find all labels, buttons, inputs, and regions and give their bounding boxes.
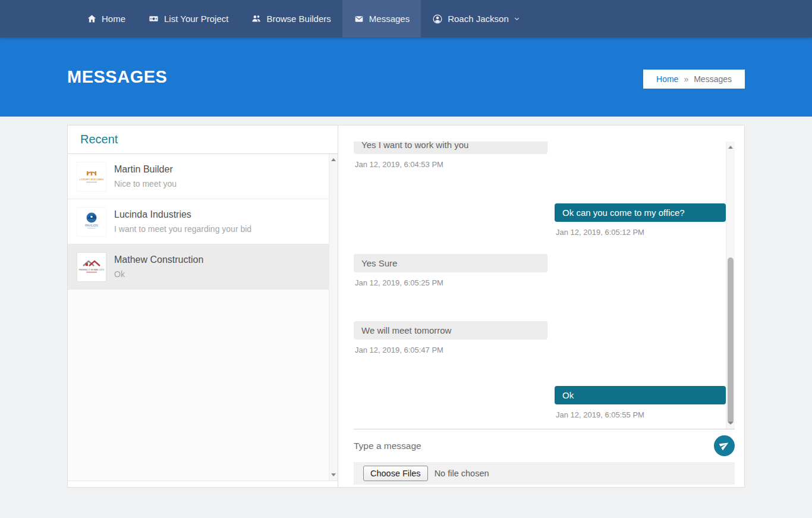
message-timestamp: Jan 12, 2019, 6:05:55 PM xyxy=(555,410,726,419)
breadcrumb-current: Messages xyxy=(694,74,732,84)
nav-item-label: Home xyxy=(102,14,125,24)
home-icon xyxy=(87,14,97,24)
conversations-panel: Recent LUXURY BUILDERS Martin Builder xyxy=(68,125,338,487)
nav-item-label: List Your Project xyxy=(164,14,228,24)
message-timestamp: Jan 12, 2019, 6:05:25 PM xyxy=(354,278,547,287)
paper-plane-icon xyxy=(719,440,729,452)
chevron-down-icon xyxy=(514,15,520,22)
avatar-lucinda-industries: PAVILION xyxy=(77,208,106,236)
message-timestamp: Jan 12, 2019, 6:05:12 PM xyxy=(555,228,726,237)
message-bubble: Ok can you come to my office? xyxy=(555,203,726,222)
message-bubble: Yes Sure xyxy=(354,254,547,272)
nav-item-label: Roach Jackson xyxy=(448,14,509,24)
message-input[interactable] xyxy=(354,441,714,451)
nav-item-label: Messages xyxy=(369,14,410,24)
message-bubble: Ok xyxy=(555,386,726,404)
conversation-name: Lucinda Industries xyxy=(114,209,251,220)
scrollbar-thumb[interactable] xyxy=(728,258,734,424)
conversation-name: Mathew Construction xyxy=(114,255,203,265)
conversation-list-scrollbar[interactable] xyxy=(329,154,338,481)
chat-panel: Yes I want to work with you Jan 12, 2019… xyxy=(338,125,744,487)
avatar-caption: LUXURY BUILDERS xyxy=(80,178,104,181)
scroll-up-arrow[interactable] xyxy=(726,143,735,152)
avatar-mathew-construction: PERFECT HOME CITY xyxy=(77,253,106,281)
message-list: Yes I want to work with you Jan 12, 2019… xyxy=(354,142,726,419)
envelope-icon xyxy=(354,14,364,24)
send-button[interactable] xyxy=(714,435,735,456)
nav-item-browse-builders[interactable]: Browse Builders xyxy=(240,0,342,37)
conversation-name: Martin Builder xyxy=(114,164,177,175)
conversation-preview: Nice to meet you xyxy=(114,179,177,189)
message-timestamp: Jan 12, 2019, 6:04:53 PM xyxy=(354,160,547,169)
conversation-preview: Ok xyxy=(114,269,203,279)
breadcrumb-separator: » xyxy=(684,74,688,84)
breadcrumb: Home » Messages xyxy=(643,70,745,89)
chat-scrollbar[interactable] xyxy=(726,142,735,429)
nav-item-messages[interactable]: Messages xyxy=(342,0,421,37)
message-timestamp: Jan 12, 2019, 6:05:47 PM xyxy=(354,346,547,354)
message-composer xyxy=(354,429,735,462)
message-received: Yes I want to work with you Jan 12, 2019… xyxy=(354,142,547,169)
nav-item-list-your-project[interactable]: List Your Project xyxy=(137,0,240,37)
message-sent: Ok can you come to my office? Jan 12, 20… xyxy=(555,203,726,237)
scroll-down-arrow[interactable] xyxy=(726,419,735,428)
attachment-row: Choose Files No file chosen xyxy=(354,462,735,485)
page-hero: MESSAGES Home » Messages xyxy=(0,37,812,117)
messages-card: Recent LUXURY BUILDERS Martin Builder xyxy=(67,125,745,488)
banknote-icon xyxy=(148,14,159,24)
message-sent: Ok Jan 12, 2019, 6:05:55 PM xyxy=(555,386,726,419)
conversation-item-martin-builder[interactable]: LUXURY BUILDERS Martin Builder Nice to m… xyxy=(68,154,338,199)
users-icon xyxy=(251,14,262,24)
user-circle-icon xyxy=(432,14,443,24)
file-chosen-status: No file chosen xyxy=(435,469,489,478)
avatar-martin-builder: LUXURY BUILDERS xyxy=(77,162,106,191)
chat-message-area: Yes I want to work with you Jan 12, 2019… xyxy=(354,142,735,429)
breadcrumb-home-link[interactable]: Home xyxy=(656,74,678,84)
avatar-caption: PERFECT HOME CITY xyxy=(79,268,105,271)
nav-item-label: Browse Builders xyxy=(266,14,331,24)
scroll-up-arrow[interactable] xyxy=(329,155,338,164)
conversation-list: LUXURY BUILDERS Martin Builder Nice to m… xyxy=(68,154,338,481)
recent-heading: Recent xyxy=(68,125,338,154)
nav-item-home[interactable]: Home xyxy=(75,0,137,37)
message-received: Yes Sure Jan 12, 2019, 6:05:25 PM xyxy=(354,254,547,287)
conversation-item-mathew-construction[interactable]: PERFECT HOME CITY Mathew Construction Ok xyxy=(68,244,338,290)
page-title: MESSAGES xyxy=(67,67,167,87)
top-navbar: Home List Your Project Browse Builders M… xyxy=(0,0,812,37)
choose-files-button[interactable]: Choose Files xyxy=(363,466,428,481)
scroll-down-arrow[interactable] xyxy=(329,470,338,479)
avatar-caption: PAVILION xyxy=(85,224,98,227)
nav-item-user-menu[interactable]: Roach Jackson xyxy=(421,0,531,37)
message-received: We will meet tomorrow Jan 12, 2019, 6:05… xyxy=(354,321,547,354)
message-bubble: Yes I want to work with you xyxy=(354,142,547,154)
conversation-item-lucinda-industries[interactable]: PAVILION Lucinda Industries I want to me… xyxy=(68,199,338,244)
message-bubble: We will meet tomorrow xyxy=(354,321,547,340)
conversation-preview: I want to meet you regarding your bid xyxy=(114,224,251,234)
